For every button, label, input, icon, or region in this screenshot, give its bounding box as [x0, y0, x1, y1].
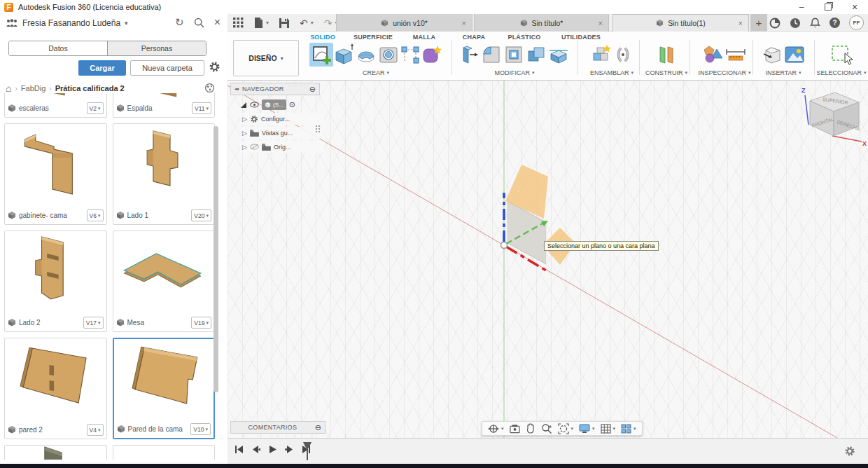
- version-dropdown[interactable]: V20▾: [191, 209, 211, 221]
- version-dropdown[interactable]: V17▾: [83, 317, 104, 329]
- visibility-off-eye-icon[interactable]: [250, 144, 259, 150]
- look-at-icon[interactable]: [510, 424, 520, 434]
- navigator-item-settings[interactable]: ▷ Configur...: [240, 113, 324, 125]
- item-card-gabinete-cama[interactable]: gabinete- cama V6▾: [4, 123, 107, 225]
- document-tab-union-v10[interactable]: unión v10* ×: [336, 14, 472, 32]
- navigator-root-item[interactable]: (S... ⊙: [240, 99, 324, 111]
- item-card[interactable]: [4, 445, 107, 460]
- item-card-lado-1[interactable]: Lado 1 V20▾: [113, 123, 216, 225]
- grid-settings-chevron[interactable]: ▾: [613, 426, 616, 432]
- viewports-chevron[interactable]: ▾: [634, 426, 636, 432]
- navigator-item-named-views[interactable]: ▷ Vistas gu...: [240, 127, 324, 139]
- joint-button[interactable]: [613, 44, 633, 65]
- create-form-button[interactable]: [421, 44, 442, 65]
- combine-button[interactable]: [526, 44, 547, 65]
- extensions-icon[interactable]: [769, 18, 780, 29]
- panel-resize-grip-icon[interactable]: [314, 124, 321, 134]
- construct-plane-button[interactable]: [656, 44, 677, 65]
- navigator-header[interactable]: ◂◂ NAVEGADOR ⊖: [230, 83, 320, 95]
- inspect-shapes-button[interactable]: [703, 44, 724, 65]
- viewport-canvas[interactable]: ◂◂ NAVEGADOR ⊖ (S... ⊙ ▷ Configur... ▷: [227, 81, 868, 438]
- ribbon-tab-plastico[interactable]: PLÁSTICO: [503, 34, 545, 41]
- version-dropdown[interactable]: V4▾: [87, 424, 104, 436]
- expand-icon[interactable]: ▷: [242, 116, 247, 123]
- view-cube[interactable]: Z X SUPERIOR FRONTAL DERECHA: [796, 84, 867, 146]
- group-label-crear[interactable]: CREAR▾: [363, 69, 389, 76]
- shell-button[interactable]: [503, 44, 524, 65]
- item-card-lado-2[interactable]: Lado 2 V17▾: [4, 230, 107, 332]
- version-dropdown[interactable]: V10▾: [190, 423, 211, 435]
- pan-hand-icon[interactable]: [526, 423, 536, 434]
- data-settings-gear-icon[interactable]: [209, 61, 220, 73]
- hole-button[interactable]: [378, 44, 399, 65]
- group-label-construir[interactable]: CONSTRUIR▾: [645, 69, 687, 76]
- search-icon[interactable]: [194, 18, 204, 28]
- home-icon[interactable]: ⌂: [6, 85, 11, 92]
- item-card-escaleras[interactable]: escaleras V2▾: [4, 93, 107, 118]
- step-forward-button[interactable]: [285, 445, 294, 454]
- new-component-button[interactable]: [591, 44, 612, 65]
- display-settings-icon[interactable]: [579, 424, 590, 434]
- item-card-pared-2[interactable]: pared 2 V4▾: [4, 338, 107, 439]
- undo-chevron[interactable]: ▾: [311, 20, 314, 26]
- select-button[interactable]: [830, 43, 853, 66]
- active-document-pill[interactable]: (S...: [262, 99, 286, 110]
- panel-minus-icon[interactable]: ⊖: [315, 423, 321, 432]
- close-tab-icon[interactable]: ×: [738, 19, 743, 27]
- new-folder-button[interactable]: Nueva carpeta: [130, 60, 204, 76]
- minimize-button[interactable]: –: [788, 0, 815, 14]
- group-label-seleccionar[interactable]: SELECCIONAR▾: [816, 69, 866, 76]
- ribbon-tab-solido[interactable]: SOLIDO: [306, 34, 340, 41]
- item-card-mesa[interactable]: Mesa V19▾: [113, 230, 216, 332]
- collapse-panel-icon[interactable]: ◂◂: [234, 86, 238, 92]
- pattern-button[interactable]: [400, 44, 420, 65]
- ribbon-tab-superficie[interactable]: SUPERFICIE: [349, 34, 398, 41]
- close-window-button[interactable]: ×: [841, 0, 868, 14]
- tab-personas[interactable]: Personas: [107, 41, 206, 55]
- group-label-modificar[interactable]: MODIFICAR▾: [494, 69, 534, 76]
- group-label-inspeccionar[interactable]: INSPECCIONAR▾: [698, 69, 750, 76]
- insert-derive-button[interactable]: [762, 44, 783, 65]
- navigator-item-origin[interactable]: ▷ Orig...: [240, 141, 324, 153]
- close-tab-icon[interactable]: ×: [598, 19, 603, 27]
- orbit-chevron[interactable]: ▾: [501, 426, 504, 432]
- group-label-insertar[interactable]: INSERTAR▾: [765, 69, 801, 76]
- user-avatar[interactable]: FF: [849, 15, 864, 30]
- go-to-start-button[interactable]: [234, 445, 244, 454]
- new-tab-button[interactable]: +: [750, 14, 767, 32]
- extrude-button[interactable]: [335, 43, 354, 66]
- press-pull-button[interactable]: [460, 44, 479, 65]
- ribbon-tab-utilidades[interactable]: UTILIDADES: [558, 34, 604, 41]
- document-tab-sin-titulo[interactable]: Sin título* ×: [474, 14, 609, 32]
- refresh-icon[interactable]: ↻: [175, 16, 184, 29]
- item-card-pared-de-la-cama[interactable]: Pared de la cama V10▾: [113, 338, 216, 439]
- ribbon-tab-chapa[interactable]: CHAPA: [457, 34, 491, 41]
- insert-image-button[interactable]: [784, 46, 805, 64]
- activate-radio-icon[interactable]: ⊙: [289, 100, 295, 109]
- job-status-clock-icon[interactable]: [790, 18, 801, 29]
- split-body-button[interactable]: [548, 44, 569, 65]
- step-back-button[interactable]: [251, 445, 260, 454]
- timeline-position-marker[interactable]: [303, 442, 312, 460]
- version-dropdown[interactable]: V6▾: [87, 209, 104, 221]
- fit-view-icon[interactable]: [558, 423, 569, 434]
- save-icon[interactable]: [279, 18, 289, 28]
- zoom-icon[interactable]: [541, 423, 552, 434]
- create-sketch-button[interactable]: [309, 43, 333, 67]
- group-label-ensamblar[interactable]: ENSAMBLAR▾: [590, 69, 634, 76]
- comments-panel-header[interactable]: COMENTARIOS ⊖: [230, 421, 326, 434]
- play-button[interactable]: [268, 445, 277, 454]
- close-tab-icon[interactable]: ×: [462, 19, 466, 27]
- grid-settings-icon[interactable]: [601, 424, 611, 434]
- expand-icon[interactable]: ▷: [242, 144, 247, 151]
- restore-button[interactable]: [815, 0, 841, 14]
- version-dropdown[interactable]: V11▾: [192, 102, 211, 114]
- timeline-settings-gear-icon[interactable]: [844, 446, 855, 457]
- revolve-button[interactable]: [356, 44, 377, 65]
- file-menu-chevron[interactable]: ▾: [266, 20, 269, 26]
- visibility-eye-icon[interactable]: [250, 102, 259, 108]
- file-menu-icon[interactable]: [254, 18, 263, 28]
- help-icon[interactable]: ?: [830, 18, 840, 28]
- orbit-icon[interactable]: [488, 423, 499, 434]
- upload-button[interactable]: Cargar: [78, 60, 126, 76]
